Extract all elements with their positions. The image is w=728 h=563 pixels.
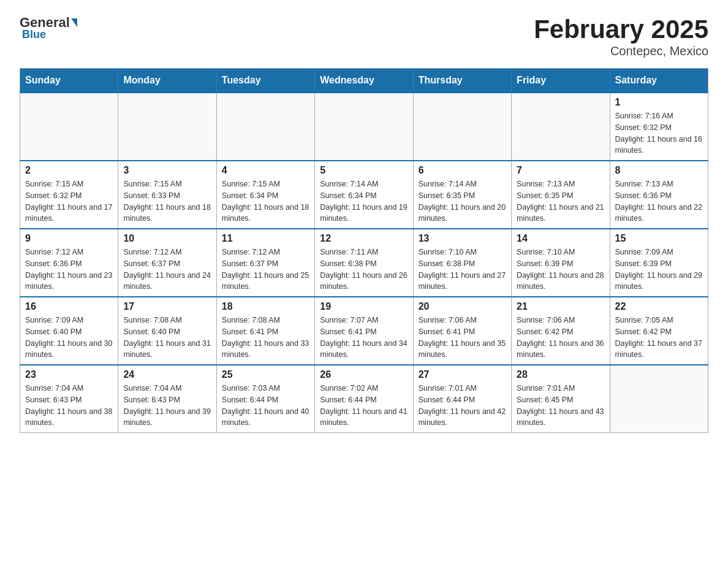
day-number: 3	[123, 165, 211, 176]
calendar-cell: 25Sunrise: 7:03 AMSunset: 6:44 PMDayligh…	[216, 365, 314, 433]
day-number: 11	[222, 233, 309, 244]
day-info: Sunrise: 7:10 AMSunset: 6:38 PMDaylight:…	[419, 247, 506, 293]
calendar-cell: 23Sunrise: 7:04 AMSunset: 6:43 PMDayligh…	[20, 365, 118, 433]
page-header: General Blue February 2025 Contepec, Mex…	[20, 15, 708, 58]
day-number: 24	[123, 369, 211, 380]
calendar-cell: 19Sunrise: 7:07 AMSunset: 6:41 PMDayligh…	[315, 297, 413, 365]
day-info: Sunrise: 7:12 AMSunset: 6:37 PMDaylight:…	[222, 247, 309, 293]
day-number: 14	[517, 233, 604, 244]
day-info: Sunrise: 7:13 AMSunset: 6:35 PMDaylight:…	[517, 178, 604, 224]
calendar-cell	[216, 93, 314, 161]
logo-blue-text: Blue	[22, 28, 46, 41]
day-number: 10	[123, 233, 211, 244]
day-info: Sunrise: 7:15 AMSunset: 6:33 PMDaylight:…	[123, 178, 211, 224]
day-info: Sunrise: 7:08 AMSunset: 6:41 PMDaylight:…	[222, 315, 309, 361]
weekday-header-saturday: Saturday	[610, 69, 708, 93]
day-number: 18	[222, 301, 309, 312]
day-info: Sunrise: 7:14 AMSunset: 6:35 PMDaylight:…	[419, 178, 506, 224]
day-number: 4	[222, 165, 309, 176]
calendar-cell: 26Sunrise: 7:02 AMSunset: 6:44 PMDayligh…	[315, 365, 413, 433]
day-info: Sunrise: 7:11 AMSunset: 6:38 PMDaylight:…	[320, 247, 408, 293]
calendar-cell: 21Sunrise: 7:06 AMSunset: 6:42 PMDayligh…	[512, 297, 610, 365]
weekday-header-thursday: Thursday	[413, 69, 511, 93]
calendar-cell	[118, 93, 216, 161]
day-info: Sunrise: 7:12 AMSunset: 6:36 PMDaylight:…	[25, 247, 113, 293]
day-number: 15	[615, 233, 703, 244]
logo: General Blue	[20, 15, 78, 41]
calendar-cell: 20Sunrise: 7:06 AMSunset: 6:41 PMDayligh…	[413, 297, 511, 365]
weekday-header-friday: Friday	[512, 69, 610, 93]
day-info: Sunrise: 7:04 AMSunset: 6:43 PMDaylight:…	[25, 383, 113, 429]
day-info: Sunrise: 7:09 AMSunset: 6:39 PMDaylight:…	[615, 247, 703, 293]
day-number: 8	[615, 165, 703, 176]
calendar-cell: 1Sunrise: 7:16 AMSunset: 6:32 PMDaylight…	[610, 93, 708, 161]
day-number: 1	[615, 97, 703, 108]
weekday-header-tuesday: Tuesday	[216, 69, 314, 93]
calendar-cell	[315, 93, 413, 161]
calendar-week-row: 9Sunrise: 7:12 AMSunset: 6:36 PMDaylight…	[20, 229, 708, 297]
day-info: Sunrise: 7:02 AMSunset: 6:44 PMDaylight:…	[320, 383, 408, 429]
calendar-cell: 2Sunrise: 7:15 AMSunset: 6:32 PMDaylight…	[20, 161, 118, 229]
calendar-cell: 17Sunrise: 7:08 AMSunset: 6:40 PMDayligh…	[118, 297, 216, 365]
day-number: 16	[25, 301, 113, 312]
day-number: 20	[419, 301, 506, 312]
calendar-cell: 18Sunrise: 7:08 AMSunset: 6:41 PMDayligh…	[216, 297, 314, 365]
day-info: Sunrise: 7:06 AMSunset: 6:41 PMDaylight:…	[419, 315, 506, 361]
day-info: Sunrise: 7:03 AMSunset: 6:44 PMDaylight:…	[222, 383, 309, 429]
day-number: 9	[25, 233, 113, 244]
day-info: Sunrise: 7:06 AMSunset: 6:42 PMDaylight:…	[517, 315, 604, 361]
calendar-cell: 24Sunrise: 7:04 AMSunset: 6:43 PMDayligh…	[118, 365, 216, 433]
weekday-header-wednesday: Wednesday	[315, 69, 413, 93]
day-info: Sunrise: 7:13 AMSunset: 6:36 PMDaylight:…	[615, 178, 703, 224]
calendar-cell: 15Sunrise: 7:09 AMSunset: 6:39 PMDayligh…	[610, 229, 708, 297]
day-number: 12	[320, 233, 408, 244]
calendar-cell: 27Sunrise: 7:01 AMSunset: 6:44 PMDayligh…	[413, 365, 511, 433]
calendar-cell	[610, 365, 708, 433]
day-number: 6	[419, 165, 506, 176]
title-block: February 2025 Contepec, Mexico	[534, 15, 708, 58]
day-number: 28	[517, 369, 604, 380]
calendar-cell: 7Sunrise: 7:13 AMSunset: 6:35 PMDaylight…	[512, 161, 610, 229]
day-info: Sunrise: 7:01 AMSunset: 6:44 PMDaylight:…	[419, 383, 506, 429]
day-number: 2	[25, 165, 113, 176]
day-info: Sunrise: 7:07 AMSunset: 6:41 PMDaylight:…	[320, 315, 408, 361]
day-number: 25	[222, 369, 309, 380]
day-info: Sunrise: 7:01 AMSunset: 6:45 PMDaylight:…	[517, 383, 604, 429]
day-info: Sunrise: 7:08 AMSunset: 6:40 PMDaylight:…	[123, 315, 211, 361]
day-number: 23	[25, 369, 113, 380]
calendar-table: SundayMondayTuesdayWednesdayThursdayFrid…	[20, 68, 708, 433]
day-info: Sunrise: 7:15 AMSunset: 6:32 PMDaylight:…	[25, 178, 113, 224]
calendar-week-row: 2Sunrise: 7:15 AMSunset: 6:32 PMDaylight…	[20, 161, 708, 229]
calendar-cell: 11Sunrise: 7:12 AMSunset: 6:37 PMDayligh…	[216, 229, 314, 297]
calendar-cell: 10Sunrise: 7:12 AMSunset: 6:37 PMDayligh…	[118, 229, 216, 297]
calendar-cell: 14Sunrise: 7:10 AMSunset: 6:39 PMDayligh…	[512, 229, 610, 297]
calendar-cell: 6Sunrise: 7:14 AMSunset: 6:35 PMDaylight…	[413, 161, 511, 229]
calendar-cell	[512, 93, 610, 161]
calendar-cell: 22Sunrise: 7:05 AMSunset: 6:42 PMDayligh…	[610, 297, 708, 365]
day-info: Sunrise: 7:15 AMSunset: 6:34 PMDaylight:…	[222, 178, 309, 224]
calendar-title: February 2025	[534, 15, 708, 44]
calendar-header-row: SundayMondayTuesdayWednesdayThursdayFrid…	[20, 69, 708, 93]
logo-arrow-icon	[71, 18, 77, 27]
weekday-header-monday: Monday	[118, 69, 216, 93]
day-info: Sunrise: 7:04 AMSunset: 6:43 PMDaylight:…	[123, 383, 211, 429]
day-number: 17	[123, 301, 211, 312]
calendar-cell: 9Sunrise: 7:12 AMSunset: 6:36 PMDaylight…	[20, 229, 118, 297]
calendar-week-row: 23Sunrise: 7:04 AMSunset: 6:43 PMDayligh…	[20, 365, 708, 433]
calendar-cell: 8Sunrise: 7:13 AMSunset: 6:36 PMDaylight…	[610, 161, 708, 229]
calendar-cell: 16Sunrise: 7:09 AMSunset: 6:40 PMDayligh…	[20, 297, 118, 365]
calendar-subtitle: Contepec, Mexico	[534, 44, 708, 58]
day-number: 21	[517, 301, 604, 312]
day-info: Sunrise: 7:12 AMSunset: 6:37 PMDaylight:…	[123, 247, 211, 293]
calendar-cell	[413, 93, 511, 161]
day-info: Sunrise: 7:14 AMSunset: 6:34 PMDaylight:…	[320, 178, 408, 224]
calendar-cell: 5Sunrise: 7:14 AMSunset: 6:34 PMDaylight…	[315, 161, 413, 229]
day-number: 26	[320, 369, 408, 380]
day-number: 27	[419, 369, 506, 380]
weekday-header-sunday: Sunday	[20, 69, 118, 93]
day-info: Sunrise: 7:16 AMSunset: 6:32 PMDaylight:…	[615, 110, 703, 156]
calendar-cell: 12Sunrise: 7:11 AMSunset: 6:38 PMDayligh…	[315, 229, 413, 297]
calendar-week-row: 1Sunrise: 7:16 AMSunset: 6:32 PMDaylight…	[20, 93, 708, 161]
day-info: Sunrise: 7:10 AMSunset: 6:39 PMDaylight:…	[517, 247, 604, 293]
calendar-week-row: 16Sunrise: 7:09 AMSunset: 6:40 PMDayligh…	[20, 297, 708, 365]
